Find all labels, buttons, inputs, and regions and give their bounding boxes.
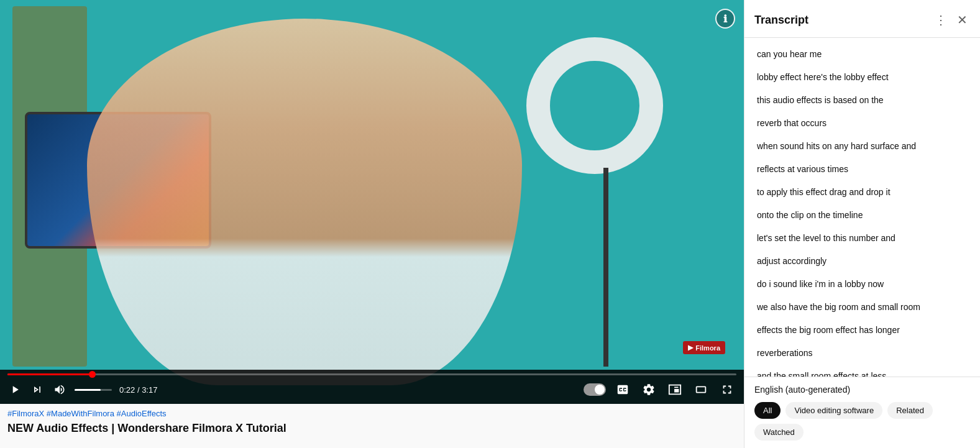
transcript-close-icon: ✕ [957, 12, 968, 27]
transcript-close-button[interactable]: ✕ [955, 10, 970, 30]
volume-slider[interactable] [75, 389, 112, 391]
volume-button[interactable] [52, 382, 67, 397]
theater-icon [694, 383, 708, 396]
settings-button[interactable] [639, 382, 658, 398]
video-title: NEW Audio Effects | Wondershare Filmora … [7, 421, 736, 436]
video-section: ▶ Filmora ℹ [0, 0, 744, 448]
next-icon [31, 383, 44, 396]
next-button[interactable] [30, 382, 45, 397]
transcript-panel: Transcript ⋮ ✕ can you hear melobby effe… [744, 0, 980, 448]
transcript-tag-video-editing-software[interactable]: Video editing software [785, 402, 882, 419]
transcript-line[interactable]: onto the clip on the timeline [744, 204, 980, 227]
time-display: 0:22 / 3:17 [119, 385, 157, 395]
transcript-line[interactable]: do i sound like i'm in a lobby now [744, 273, 980, 296]
info-button[interactable]: ℹ [715, 9, 735, 29]
transcript-line[interactable]: reverb that occurs [744, 112, 980, 135]
miniplayer-icon [668, 383, 682, 396]
controls-row: 0:22 / 3:17 [7, 382, 736, 398]
transcript-tag-all[interactable]: All [754, 402, 781, 419]
fullscreen-button[interactable] [718, 382, 736, 398]
video-thumbnail: ▶ Filmora [0, 0, 744, 404]
transcript-tag-watched[interactable]: Watched [754, 424, 804, 441]
person [87, 19, 522, 385]
autoplay-thumb [595, 385, 605, 395]
transcript-title: Transcript [754, 14, 930, 27]
transcript-line[interactable]: reflects at various times [744, 158, 980, 181]
progress-fill [7, 373, 93, 375]
transcript-line[interactable]: reverberations [744, 342, 980, 365]
cc-button[interactable] [613, 382, 632, 398]
transcript-menu-button[interactable]: ⋮ [930, 10, 952, 30]
filmora-text: Filmora [695, 344, 720, 352]
ring-light [526, 37, 663, 174]
play-button[interactable] [7, 382, 22, 397]
theater-button[interactable] [692, 382, 710, 398]
transcript-line[interactable]: can you hear me [744, 43, 980, 66]
cc-icon [616, 383, 630, 396]
fullscreen-icon [720, 383, 734, 396]
transcript-line[interactable]: adjust accordingly [744, 250, 980, 273]
transcript-footer: English (auto-generated) AllVideo editin… [744, 377, 980, 448]
transcript-line[interactable]: to apply this effect drag and drop it [744, 181, 980, 204]
transcript-tag-related[interactable]: Related [887, 402, 933, 419]
transcript-tags: AllVideo editing softwareRelatedWatched [754, 402, 970, 441]
transcript-language: English (auto-generated) [754, 385, 970, 395]
play-icon [9, 383, 21, 396]
filmora-logo: ▶ Filmora [683, 341, 725, 354]
main-layout: ▶ Filmora ℹ [0, 0, 980, 448]
filmora-icon: ▶ [688, 344, 693, 352]
transcript-menu-icon: ⋮ [935, 12, 947, 27]
ring-light-stand [603, 168, 608, 367]
transcript-line[interactable]: when sound hits on any hard surface and [744, 135, 980, 158]
volume-icon [53, 383, 66, 396]
transcript-header: Transcript ⋮ ✕ [744, 0, 980, 38]
transcript-line[interactable]: we also have the big room and small room [744, 296, 980, 319]
video-hashtags: #FilmoraX #MadeWithFilmora #AudioEffects [7, 409, 736, 418]
transcript-line[interactable]: let's set the level to this number and [744, 227, 980, 250]
video-player: ▶ Filmora ℹ [0, 0, 744, 404]
volume-fill [75, 389, 101, 391]
transcript-line[interactable]: and the small room effects at less [744, 365, 980, 377]
transcript-line[interactable]: effects the big room effect has longer [744, 319, 980, 342]
autoplay-area [584, 383, 606, 396]
progress-dot [89, 371, 96, 378]
transcript-line[interactable]: this audio effects is based on the [744, 89, 980, 112]
info-icon: ℹ [723, 13, 727, 25]
video-info: #FilmoraX #MadeWithFilmora #AudioEffects… [0, 404, 744, 439]
transcript-content: can you hear melobby effect here's the l… [744, 38, 980, 377]
progress-bar[interactable] [7, 373, 736, 375]
autoplay-toggle[interactable] [584, 383, 606, 396]
video-controls: 0:22 / 3:17 [0, 370, 744, 404]
miniplayer-button[interactable] [666, 382, 684, 398]
settings-icon [642, 383, 656, 396]
transcript-line[interactable]: lobby effect here's the lobby effect [744, 66, 980, 89]
